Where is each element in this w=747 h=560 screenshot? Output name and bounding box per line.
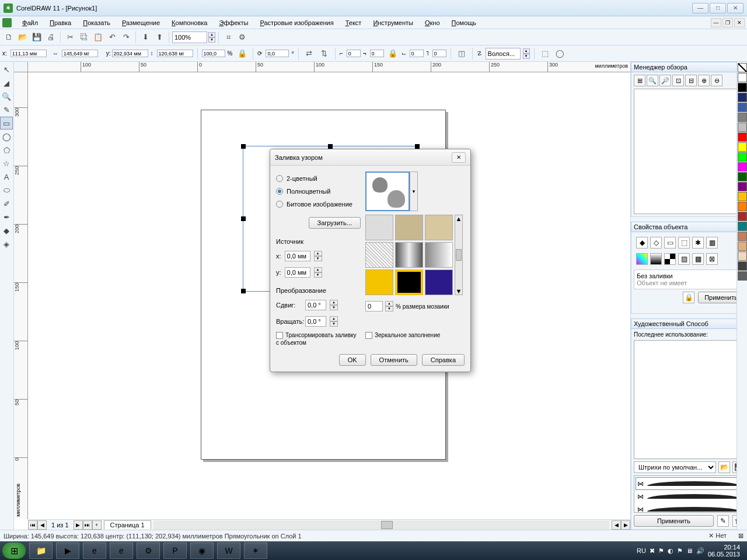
outline-tool[interactable]: ✒: [0, 211, 13, 223]
color-swatch[interactable]: [738, 123, 747, 132]
full-color-radio[interactable]: Полноцветный: [276, 188, 361, 195]
object-properties-title[interactable]: Свойства объекта✕: [631, 222, 747, 232]
shape-tool[interactable]: ◢: [0, 76, 13, 89]
color-swatch[interactable]: [738, 242, 747, 251]
zoom-1-1-icon[interactable]: ⊞: [634, 75, 645, 86]
pattern-swatch-7[interactable]: [365, 270, 393, 295]
color-swatch[interactable]: [738, 132, 747, 142]
vertical-ruler[interactable]: миллиметров 300250200150100500: [14, 72, 28, 519]
prev-page-button[interactable]: ◀: [37, 520, 47, 530]
bitmap-radio[interactable]: Битовое изображение: [276, 201, 361, 208]
task-ie[interactable]: e: [83, 542, 106, 559]
fill-tool[interactable]: ◆: [0, 224, 13, 237]
dialog-titlebar[interactable]: Заливка узором ✕: [270, 149, 470, 166]
next-page-button[interactable]: ▶: [74, 520, 83, 530]
rotation-input[interactable]: [266, 50, 289, 57]
stroke-preset-2[interactable]: ⋈: [636, 490, 742, 503]
gradient-fill-icon[interactable]: [650, 253, 662, 265]
corner-lock-icon[interactable]: 🔒: [386, 47, 399, 60]
dialog-close-button[interactable]: ✕: [452, 152, 466, 163]
volume-icon[interactable]: 🔊: [696, 547, 704, 555]
color-swatch[interactable]: [738, 271, 747, 281]
source-y-input[interactable]: [285, 267, 310, 278]
mdi-minimize-button[interactable]: —: [711, 18, 721, 27]
strokes-select[interactable]: Штрихи по умолчан...: [634, 461, 716, 473]
help-button[interactable]: Справка: [422, 354, 465, 366]
menu-эффекты[interactable]: Эффекты: [213, 18, 254, 28]
clock[interactable]: 20:14 06.05.2013: [708, 544, 740, 558]
mirror-fill-checkbox[interactable]: [365, 332, 372, 339]
handle-tl[interactable]: [241, 144, 246, 149]
handle-bl[interactable]: [241, 289, 246, 293]
system-tray[interactable]: RU ✖ ⚑ ◐ ⚑ 🖥 🔊 20:14 06.05.2013: [637, 544, 745, 558]
task-app2[interactable]: P: [163, 542, 187, 559]
zoom-tool[interactable]: 🔍: [0, 90, 13, 103]
scale-x-input[interactable]: [202, 50, 225, 57]
lock-ratio-icon[interactable]: 🔒: [236, 47, 249, 60]
color-swatch[interactable]: [738, 232, 747, 241]
options-icon[interactable]: ⚙: [236, 31, 249, 44]
scroll-right-button[interactable]: ▶: [621, 520, 630, 530]
color-swatch[interactable]: [738, 73, 747, 82]
view-preview[interactable]: [634, 89, 744, 214]
pos-x-input[interactable]: [11, 50, 47, 57]
task-word[interactable]: W: [217, 542, 240, 559]
tray-icon[interactable]: ⚑: [677, 547, 683, 555]
stroke-preset-3[interactable]: ⋈: [636, 503, 742, 513]
corner-tl-input[interactable]: [347, 50, 361, 57]
corner-br-input[interactable]: [432, 50, 446, 57]
menu-окно[interactable]: Окно: [419, 18, 446, 28]
task-corel[interactable]: ✶: [244, 542, 267, 559]
snap-icon[interactable]: ⌗: [222, 31, 235, 44]
menu-показать[interactable]: Показать: [77, 18, 116, 28]
corner-bl-input[interactable]: [410, 50, 424, 57]
menu-инструменты[interactable]: Инструменты: [367, 18, 419, 28]
handle-l[interactable]: [241, 216, 246, 221]
minimize-button[interactable]: —: [692, 3, 708, 13]
new-stroke-icon[interactable]: ✎: [717, 515, 729, 527]
web-tab-icon[interactable]: ✱: [692, 237, 704, 249]
handle-t[interactable]: [328, 144, 333, 149]
horizontal-ruler[interactable]: миллиметров 10050050100150200250300: [28, 62, 630, 72]
print-icon[interactable]: 🖨: [44, 31, 57, 44]
color-swatch[interactable]: [738, 162, 747, 172]
zoom-out-icon[interactable]: 🔎: [659, 75, 671, 86]
zoom-width-icon[interactable]: ⊖: [711, 75, 722, 86]
freehand-tool[interactable]: ✎: [0, 103, 13, 116]
task-ie2[interactable]: e: [110, 542, 133, 559]
tray-icon[interactable]: 🖥: [686, 547, 693, 554]
mirror-v-icon[interactable]: ⇅: [318, 47, 331, 60]
color-swatch[interactable]: [738, 222, 747, 231]
color-swatch[interactable]: [738, 212, 747, 221]
interactive-fill-tool[interactable]: ◈: [0, 237, 13, 250]
zoom-all-icon[interactable]: ⊟: [685, 75, 697, 86]
curve-tab-icon[interactable]: ⬚: [678, 237, 690, 249]
load-button[interactable]: Загрузить...: [309, 217, 361, 229]
to-curve-icon[interactable]: ◫: [455, 47, 468, 60]
pattern-preview[interactable]: [365, 172, 410, 211]
color-swatch[interactable]: [738, 261, 747, 271]
color-swatch[interactable]: [738, 83, 747, 92]
width-input[interactable]: [62, 50, 98, 57]
source-x-input[interactable]: [285, 251, 310, 261]
menu-правка[interactable]: Правка: [44, 18, 77, 28]
eyedropper-tool[interactable]: ✐: [0, 197, 13, 210]
fill-tab-icon[interactable]: ◆: [636, 237, 648, 249]
pattern-swatch-1[interactable]: [365, 215, 393, 240]
menu-компоновка[interactable]: Компоновка: [166, 18, 213, 28]
view-manager-title[interactable]: Менеджер обзора✕: [631, 62, 747, 72]
shift-input[interactable]: [305, 300, 326, 310]
first-page-button[interactable]: ⏮: [28, 520, 37, 530]
page-tab[interactable]: Страница 1: [104, 520, 151, 529]
scroll-left-button[interactable]: ◀: [612, 520, 621, 530]
ruler-origin[interactable]: [14, 62, 28, 72]
tray-icon[interactable]: ✖: [650, 547, 655, 555]
mirror-h-icon[interactable]: ⇄: [303, 47, 316, 60]
color-swatch[interactable]: [738, 172, 747, 181]
close-button[interactable]: ✕: [727, 3, 743, 13]
color-palette[interactable]: [736, 62, 747, 530]
handle-tr[interactable]: [415, 144, 420, 149]
task-media[interactable]: ▶: [56, 542, 79, 559]
polygon-tool[interactable]: ⬠: [0, 144, 13, 156]
outline-tab-icon[interactable]: ◇: [650, 237, 662, 249]
